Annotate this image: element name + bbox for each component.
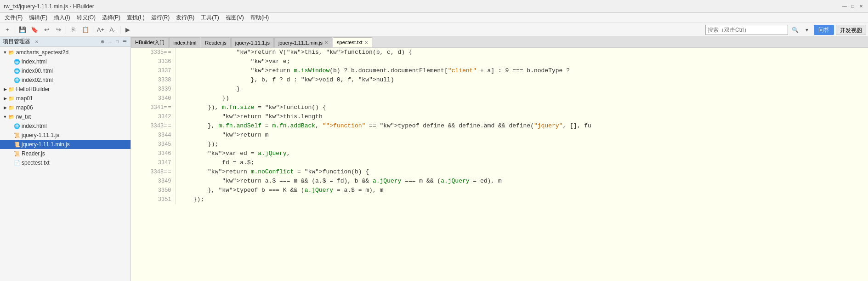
code-line-3336: 3336 "kw">var e; bbox=[131, 57, 868, 66]
toolbar-copy-btn[interactable]: ⎘ bbox=[68, 24, 79, 35]
line-content-3340[interactable]: }) bbox=[175, 94, 868, 103]
sidebar-item-jquery111minjs[interactable]: 📜jquery-1.11.1.min.js bbox=[0, 140, 130, 149]
answer-button[interactable]: 问答 bbox=[814, 25, 834, 35]
line-content-3337[interactable]: "kw">return m.isWindow(b) ? b.document.d… bbox=[175, 66, 868, 75]
tab-label-reader-js: Reader.js bbox=[205, 40, 226, 46]
code-table: 3335= "kw">return V("kw">this, "kw">func… bbox=[131, 48, 868, 204]
file-icon: 🌐 bbox=[14, 77, 20, 83]
tab-label-spectest-txt: spectest.txt bbox=[337, 40, 363, 45]
tree-item-label: jquery-1.11.1.min.js bbox=[22, 141, 70, 148]
line-content-3342[interactable]: "kw">return "kw">this.length bbox=[175, 112, 868, 121]
code-line-3337: 3337 "kw">return m.isWindow(b) ? b.docum… bbox=[131, 66, 868, 75]
sidebar-item-indexhtml[interactable]: 🌐index.html bbox=[0, 57, 130, 66]
menu-item-b[interactable]: 发行(B) bbox=[173, 13, 197, 23]
line-number-3345: 3345 bbox=[131, 140, 175, 149]
toolbar-new-btn[interactable]: + bbox=[2, 24, 13, 35]
sidebar-expand-icon[interactable]: □ bbox=[114, 39, 120, 45]
sidebar-item-rw_txt[interactable]: ▼📂rw_txt bbox=[0, 112, 130, 121]
line-content-3346[interactable]: "kw">var ed = a.jQuery, bbox=[175, 149, 868, 158]
menu-item-i[interactable]: 插入(I) bbox=[51, 13, 73, 23]
close-button[interactable]: ✕ bbox=[858, 3, 864, 10]
menu-item-f[interactable]: 文件(F) bbox=[2, 13, 25, 23]
search-input[interactable] bbox=[705, 25, 788, 35]
search-dropdown-btn[interactable]: ▾ bbox=[802, 25, 812, 35]
line-content-3341[interactable]: }), m.fn.size = "kw">function() { bbox=[175, 103, 868, 112]
menu-item-l[interactable]: 查找(L) bbox=[124, 13, 148, 23]
tab-index-html[interactable]: index.html bbox=[169, 37, 200, 47]
sidebar-item-map06[interactable]: ▶📁map06 bbox=[0, 103, 130, 112]
code-line-3335: 3335= "kw">return V("kw">this, "kw">func… bbox=[131, 48, 868, 57]
tab-close-spectest-txt[interactable]: ✕ bbox=[364, 40, 368, 45]
sidebar-menu-icon[interactable]: ☰ bbox=[121, 39, 128, 45]
tab-reader-js[interactable]: Reader.js bbox=[201, 37, 230, 47]
search-icon[interactable]: 🔍 bbox=[790, 25, 800, 35]
tab-jquery-min-js[interactable]: jquery-1.11.1.min.js✕ bbox=[274, 37, 332, 47]
toolbar-font-smaller-btn[interactable]: A- bbox=[107, 24, 118, 35]
sidebar-item-jquery111js[interactable]: 📜jquery-1.11.1.js bbox=[0, 131, 130, 140]
tree-item-label: rw_txt bbox=[16, 114, 31, 120]
tree-item-label: Reader.js bbox=[22, 150, 45, 157]
line-content-3339[interactable]: } bbox=[175, 85, 868, 94]
menu-bar: 文件(F)编辑(E)插入(I)转义(O)选择(P)查找(L)运行(R)发行(B)… bbox=[0, 13, 868, 23]
tab-spectest-txt[interactable]: spectest.txt✕ bbox=[333, 37, 372, 47]
toolbar-undo-btn[interactable]: ↩ bbox=[41, 24, 52, 35]
tab-close-jquery-min-js[interactable]: ✕ bbox=[324, 40, 328, 45]
minimize-button[interactable]: — bbox=[841, 3, 848, 10]
line-content-3335[interactable]: "kw">return V("kw">this, "kw">function(b… bbox=[175, 48, 868, 57]
tree-item-label: index.html bbox=[22, 123, 47, 129]
sidebar: 项目管理器 ✕ ⊕ — □ ☰ ▼📂amcharts_spectest2d🌐in… bbox=[0, 37, 131, 281]
line-content-3348[interactable]: "kw">return m.noConflict = "kw">function… bbox=[175, 167, 868, 177]
code-line-3349: 3349 "kw">return a.$ === m && (a.$ = fd)… bbox=[131, 177, 868, 186]
toolbar-bookmark-btn[interactable]: 🔖 bbox=[29, 24, 40, 35]
line-content-3351[interactable]: }); bbox=[175, 195, 868, 204]
maximize-button[interactable]: □ bbox=[850, 3, 856, 10]
line-content-3344[interactable]: "kw">return m bbox=[175, 131, 868, 140]
menu-item-v[interactable]: 视图(V) bbox=[223, 13, 247, 23]
menu-item-o[interactable]: 转义(O) bbox=[74, 13, 98, 23]
menu-item-p[interactable]: 选择(P) bbox=[99, 13, 123, 23]
line-number-3342: 3342 bbox=[131, 112, 175, 121]
line-content-3343[interactable]: }, m.fn.andSelf = m.fn.addBack, "">funct… bbox=[175, 121, 868, 131]
line-number-3348: 3348= bbox=[131, 167, 175, 177]
sidebar-new-icon[interactable]: ⊕ bbox=[99, 39, 106, 45]
menu-item-e[interactable]: 编辑(E) bbox=[26, 13, 50, 23]
file-icon: 📁 bbox=[8, 96, 15, 102]
toolbar-redo-btn[interactable]: ↪ bbox=[53, 24, 64, 35]
tree-item-label: index02.html bbox=[22, 77, 53, 83]
line-number-3343: 3343= bbox=[131, 121, 175, 131]
toolbar-run-btn[interactable]: ▶ bbox=[122, 24, 133, 35]
tree-arrow: ▶ bbox=[2, 105, 8, 110]
sidebar-header: 项目管理器 ✕ ⊕ — □ ☰ bbox=[0, 37, 130, 47]
sidebar-item-indexhtml2[interactable]: 🌐index.html bbox=[0, 121, 130, 131]
sidebar-item-hellohbuilder[interactable]: ▶📁HelloHBuilder bbox=[0, 85, 130, 94]
tab-hbuilder-intro[interactable]: HBuilder入门 bbox=[131, 37, 169, 47]
sidebar-close-x[interactable]: ✕ bbox=[35, 40, 39, 44]
sidebar-item-readerjs[interactable]: 📜Reader.js bbox=[0, 149, 130, 158]
sidebar-item-index00html[interactable]: 🌐index00.html bbox=[0, 66, 130, 75]
sidebar-item-map01[interactable]: ▶📁map01 bbox=[0, 94, 130, 103]
line-content-3345[interactable]: }); bbox=[175, 140, 868, 149]
line-content-3336[interactable]: "kw">var e; bbox=[175, 57, 868, 66]
sidebar-item-index02html[interactable]: 🌐index02.html bbox=[0, 75, 130, 85]
toolbar-save-btn[interactable]: 💾 bbox=[17, 24, 28, 35]
line-content-3349[interactable]: "kw">return a.$ === m && (a.$ = fd), b &… bbox=[175, 177, 868, 186]
file-icon: 📂 bbox=[8, 114, 15, 120]
menu-item-t[interactable]: 工具(T) bbox=[198, 13, 221, 23]
devview-button[interactable]: 开发视图 bbox=[836, 25, 866, 35]
sidebar-collapse-icon[interactable]: — bbox=[107, 39, 113, 45]
line-content-3338[interactable]: }, b, f ? d : "kw">void 0, f, "kw">null) bbox=[175, 75, 868, 85]
sidebar-item-amcharts[interactable]: ▼📂amcharts_spectest2d bbox=[0, 48, 130, 57]
line-content-3350[interactable]: }, "kw">typeof b === K && (a.jQuery = a.… bbox=[175, 186, 868, 195]
menu-item-h[interactable]: 帮助(H) bbox=[248, 13, 272, 23]
toolbar-paste-btn[interactable]: 📋 bbox=[80, 24, 91, 35]
tree-arrow: ▶ bbox=[2, 87, 8, 92]
line-content-3347[interactable]: fd = a.$; bbox=[175, 158, 868, 167]
code-editor[interactable]: 3335= "kw">return V("kw">this, "kw">func… bbox=[131, 48, 868, 281]
sidebar-item-spectesttxt[interactable]: 📄spectest.txt bbox=[0, 158, 130, 167]
tab-jquery-js[interactable]: jquery-1.11.1.js bbox=[231, 37, 274, 47]
file-icon: 🌐 bbox=[14, 68, 20, 74]
code-line-3343: 3343= }, m.fn.andSelf = m.fn.addBack, ""… bbox=[131, 121, 868, 131]
menu-item-r[interactable]: 运行(R) bbox=[148, 13, 173, 23]
code-line-3345: 3345 }); bbox=[131, 140, 868, 149]
toolbar-font-larger-btn[interactable]: A+ bbox=[95, 24, 106, 35]
